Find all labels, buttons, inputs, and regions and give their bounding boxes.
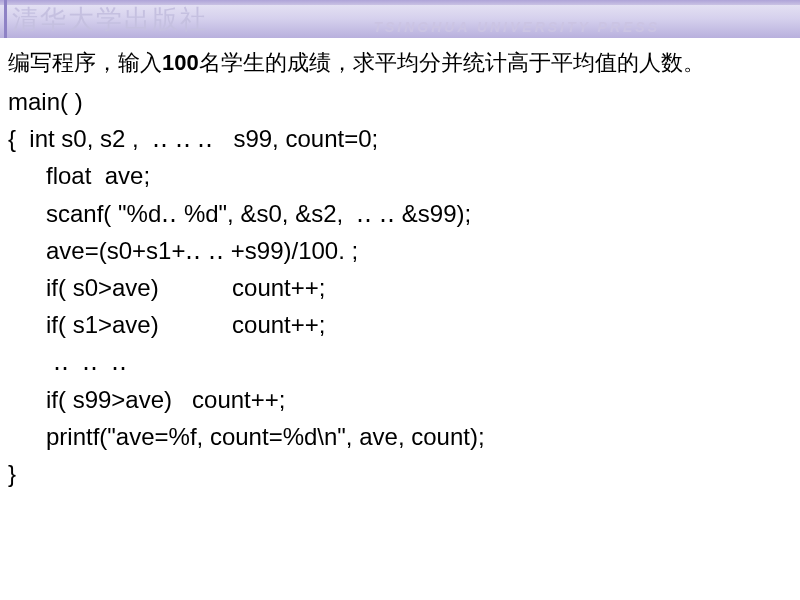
- code-line: main( ): [8, 83, 788, 120]
- publisher-block: 清华大学出版社: [12, 0, 208, 38]
- problem-post: 名学生的成绩，求平均分并统计高于平均值的人数。: [199, 50, 705, 75]
- header-accent: [4, 0, 7, 38]
- problem-bold: 100: [162, 50, 199, 75]
- code-line: if( s1>ave) count++;: [8, 306, 788, 343]
- code-line: ‥ ‥ ‥: [8, 343, 788, 380]
- publisher-name: 清华大学出版社: [12, 2, 208, 37]
- code-line: if( s99>ave) count++;: [8, 381, 788, 418]
- code-line: if( s0>ave) count++;: [8, 269, 788, 306]
- slide-content: 编写程序，输入100名学生的成绩，求平均分并统计高于平均值的人数。 main( …: [0, 38, 800, 492]
- code-line: ave=(s0+s1+‥ ‥ +s99)/100. ;: [8, 232, 788, 269]
- code-line: { int s0, s2 , ‥ ‥ ‥ s99, count=0;: [8, 120, 788, 157]
- problem-statement: 编写程序，输入100名学生的成绩，求平均分并统计高于平均值的人数。: [8, 46, 788, 79]
- code-line: printf("ave=%f, count=%d\n", ave, count)…: [8, 418, 788, 455]
- university-block: TSINGHUA UNIVERSITY PRESS: [373, 18, 660, 36]
- code-block: main( ) { int s0, s2 , ‥ ‥ ‥ s99, count=…: [8, 83, 788, 492]
- code-line: }: [8, 455, 788, 492]
- slide-header: 清华大学出版社 TSINGHUA UNIVERSITY PRESS: [0, 0, 800, 38]
- university-name: TSINGHUA UNIVERSITY PRESS: [373, 19, 660, 35]
- problem-pre: 编写程序，输入: [8, 50, 162, 75]
- code-line: float ave;: [8, 157, 788, 194]
- code-line: scanf( "%d‥ %d", &s0, &s2, ‥ ‥ &s99);: [8, 195, 788, 232]
